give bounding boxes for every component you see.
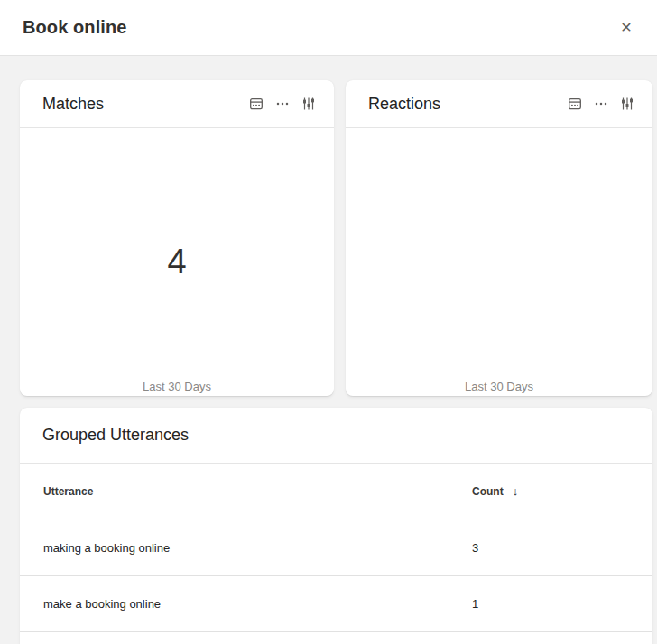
reactions-caption: Last 30 Days	[346, 380, 652, 393]
modal-header: Book online ✕	[0, 0, 657, 56]
reactions-card-actions	[568, 97, 634, 111]
matches-card-body: 4	[20, 128, 334, 396]
filter-sliders-icon[interactable]	[301, 97, 316, 111]
reactions-card-body	[346, 128, 652, 396]
table-row[interactable]: make a booking online 1	[20, 575, 652, 631]
reactions-card-title: Reactions	[368, 95, 440, 114]
more-options-icon[interactable]	[275, 97, 290, 111]
more-options-icon[interactable]	[594, 97, 608, 111]
close-icon[interactable]: ✕	[612, 14, 641, 42]
matches-caption: Last 30 Days	[20, 380, 334, 393]
matches-card-actions	[249, 97, 316, 111]
sort-descending-icon[interactable]: ↓	[513, 484, 519, 498]
table-row-partial	[20, 631, 652, 644]
grouped-utterances-card: Grouped Utterances Utterance Count↓ maki…	[20, 408, 652, 644]
table-header-row: Utterance Count↓	[20, 464, 652, 520]
calendar-icon[interactable]	[249, 97, 264, 111]
modal-body: Matches	[0, 56, 657, 644]
grouped-utterances-header: Grouped Utterances	[20, 408, 652, 464]
count-column-label: Count	[472, 485, 504, 498]
modal-title: Book online	[23, 17, 127, 38]
count-cell: 1	[449, 575, 652, 631]
matches-card-header: Matches	[20, 80, 334, 128]
matches-card-title: Matches	[42, 95, 104, 114]
utterances-table: Utterance Count↓ making a booking online…	[20, 464, 652, 644]
reactions-card: Reactions	[346, 80, 652, 396]
filter-sliders-icon[interactable]	[620, 97, 634, 111]
grouped-utterances-title: Grouped Utterances	[42, 426, 189, 445]
utterance-column-header[interactable]: Utterance	[20, 464, 449, 520]
utterance-cell: making a booking online	[20, 520, 449, 575]
matches-card: Matches	[20, 80, 334, 396]
reactions-card-header: Reactions	[346, 80, 652, 128]
utterance-cell: make a booking online	[20, 575, 449, 631]
count-cell: 3	[449, 520, 652, 575]
kpi-cards-row: Matches	[20, 80, 652, 396]
calendar-icon[interactable]	[568, 97, 582, 111]
count-column-header[interactable]: Count↓	[449, 464, 652, 520]
table-row[interactable]: making a booking online 3	[20, 520, 652, 575]
matches-value: 4	[167, 243, 186, 281]
